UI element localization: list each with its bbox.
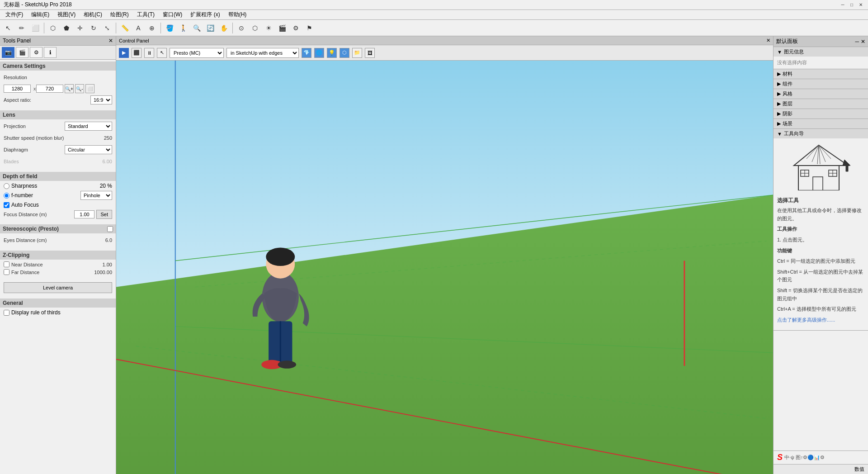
menu-help[interactable]: 帮助(H) (225, 10, 250, 19)
eyes-distance-row: Eyes Distance (cm) 6.0 (4, 235, 112, 245)
menu-file[interactable]: 文件(F) (2, 10, 27, 19)
render-stop-btn[interactable]: ⬛ (132, 48, 142, 58)
control-panel-title: Control Panel (119, 38, 149, 43)
lights-btn[interactable]: 💡 (327, 48, 337, 58)
scale-btn[interactable]: ⤡ (101, 22, 113, 34)
menu-view[interactable]: 视图(V) (54, 10, 79, 19)
shadow-btn[interactable]: ☀ (262, 22, 275, 34)
render-engine-select[interactable]: Presto (MC) Presto CPU (170, 48, 224, 58)
minimize-button[interactable]: ─ (839, 1, 846, 9)
window-controls: ─ □ ✕ (839, 1, 864, 9)
resolution-height-input[interactable] (36, 85, 63, 93)
rule-of-thirds-checkbox[interactable] (4, 310, 9, 316)
focus-distance-row: Focus Distance (m) Set (4, 210, 112, 219)
fnumber-label: f-number (11, 192, 33, 199)
blades-value: 6.00 (103, 159, 112, 164)
render-settings-btn[interactable]: 🌐 (314, 48, 324, 58)
styles-header[interactable]: ▶ 风格 (774, 89, 868, 99)
menu-camera[interactable]: 相机(C) (80, 10, 106, 19)
aspect-ratio-select[interactable]: 16:9 4:3 1:1 (90, 95, 112, 104)
tools-panel-close[interactable]: ✕ (108, 38, 113, 44)
materials-header[interactable]: ▶ 材料 (774, 69, 868, 79)
menu-draw[interactable]: 绘图(R) (107, 10, 132, 19)
set-focus-button[interactable]: Set (96, 210, 112, 219)
rotate-btn[interactable]: ↻ (87, 22, 100, 34)
move-btn[interactable]: ✛ (74, 22, 86, 34)
resolution-width-input[interactable] (4, 85, 31, 93)
projection-select[interactable]: Standard Fisheye Spherical (65, 122, 112, 131)
zoom-btn[interactable]: 🔍 (190, 22, 203, 34)
viewport-canvas[interactable] (116, 61, 773, 474)
extension1-btn[interactable]: ⚙ (289, 22, 302, 34)
level-camera-button[interactable]: Level camera (4, 282, 112, 293)
menu-edit[interactable]: 编辑(E) (28, 10, 53, 19)
open-file-btn[interactable]: 📁 (352, 48, 362, 58)
control-panel-close[interactable]: ✕ (766, 38, 770, 43)
axes-btn[interactable]: ⊕ (146, 22, 158, 34)
zoom-out-icon[interactable]: 🔍- (75, 84, 84, 93)
paint-btn[interactable]: 🪣 (163, 22, 176, 34)
fnumber-radio[interactable] (4, 193, 9, 199)
obj-settings-btn[interactable]: 💎 (302, 48, 311, 58)
scenes-header[interactable]: ▶ 场景 (774, 119, 868, 128)
near-distance-checkbox[interactable] (4, 261, 9, 267)
render-mode-select[interactable]: in SketchUp with edges in SketchUp V-Ray… (226, 48, 299, 58)
diaphragm-label: Diaphragm (4, 147, 65, 152)
layers-header[interactable]: ▶ 图层 (774, 99, 868, 109)
aspect-icon[interactable]: ⬜ (85, 84, 94, 93)
diaphragm-select[interactable]: Circular Hexagonal (65, 145, 112, 154)
select-tool-btn[interactable]: ↖ (2, 22, 14, 34)
tab-settings[interactable]: ⚙ (30, 47, 42, 58)
scene-btn[interactable]: 🎬 (276, 22, 288, 34)
pan-btn[interactable]: ✋ (217, 22, 230, 34)
render-pause-btn[interactable]: ⏸ (144, 48, 154, 58)
tape-tool-btn[interactable]: 📏 (118, 22, 131, 34)
right-panel-minimize[interactable]: ─ (855, 38, 859, 45)
save-render-btn[interactable]: 🖼 (365, 48, 375, 58)
shadows-header[interactable]: ▶ 阴影 (774, 109, 868, 118)
eraser-tool-btn[interactable]: ⬜ (29, 22, 42, 34)
titlebar: 无标题 - SketchUp Pro 2018 ─ □ ✕ (0, 0, 868, 10)
render-cursor-btn[interactable]: ↖ (157, 48, 167, 58)
offset-btn[interactable]: ⬟ (60, 22, 73, 34)
svg-rect-24 (813, 177, 823, 190)
text-tool-btn[interactable]: A (132, 22, 145, 34)
tool-guide-header[interactable]: ▼ 工具向导 (774, 129, 868, 138)
components-header[interactable]: ▶ 组件 (774, 79, 868, 89)
focus-distance-input[interactable] (74, 210, 94, 218)
layers-btn[interactable]: ⬡ (249, 22, 261, 34)
far-distance-checkbox[interactable] (4, 269, 9, 275)
materials-btn[interactable]: ⬡ (340, 48, 349, 58)
orbit-btn[interactable]: 🔄 (204, 22, 217, 34)
pencil-tool-btn[interactable]: ✏ (15, 22, 28, 34)
menu-extensions[interactable]: 扩展程序 (x) (187, 10, 223, 19)
auto-focus-checkbox[interactable] (4, 202, 9, 208)
render-play-btn[interactable]: ▶ (119, 48, 129, 58)
svg-point-11 (266, 247, 295, 266)
styles-label: 风格 (783, 90, 793, 97)
fnumber-select[interactable]: Pinhole f/1.4 f/2.8 (80, 191, 112, 200)
right-panel-close[interactable]: ✕ (861, 38, 865, 45)
far-distance-row: Far Distance 1000.00 (4, 269, 112, 275)
extension2-btn[interactable]: ⚑ (303, 22, 316, 34)
close-button[interactable]: ✕ (857, 1, 864, 9)
tool-description: 在使用其他工具或命令时，选择要修改的图元。 (777, 207, 864, 223)
menu-window[interactable]: 窗口(W) (159, 10, 186, 19)
zoom-in-icon[interactable]: 🔍+ (65, 84, 74, 93)
focus-distance-label: Focus Distance (m) (4, 212, 72, 217)
tab-info[interactable]: ℹ (44, 47, 57, 58)
more-link[interactable]: 点击了解更多高级操作...... (777, 316, 864, 324)
tab-render[interactable]: 🎬 (16, 47, 28, 58)
toolbar-sep-1 (44, 23, 44, 33)
stereo-checkbox[interactable] (107, 226, 113, 232)
menu-tools[interactable]: 工具(T) (133, 10, 158, 19)
tab-camera[interactable]: 📷 (2, 47, 14, 58)
resolution-label-row: Resolution (4, 72, 112, 82)
sharpness-radio[interactable] (4, 183, 9, 189)
walk-btn[interactable]: 🚶 (177, 22, 189, 34)
maximize-button[interactable]: □ (848, 1, 855, 9)
push-pull-btn[interactable]: ⬡ (47, 22, 59, 34)
component-btn[interactable]: ⊙ (235, 22, 248, 34)
shutter-speed-row: Shutter speed (motion blur) 250 (4, 133, 112, 143)
entity-info-header[interactable]: ▼ 图元信息 (774, 47, 868, 57)
